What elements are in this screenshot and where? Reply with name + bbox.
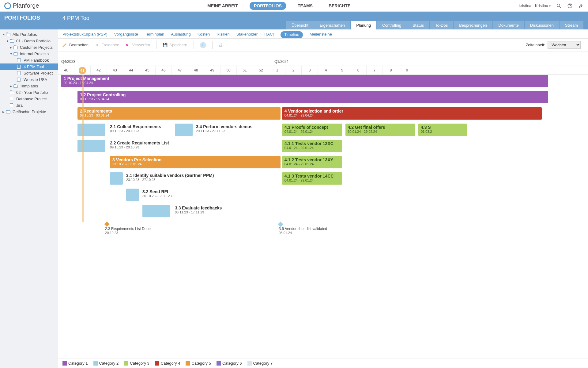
week-47[interactable]: 47 (172, 66, 188, 75)
week-40[interactable]: 40 (58, 66, 74, 75)
tab-stream[interactable]: Stream (560, 21, 583, 29)
subtab-stakeholder[interactable]: Stakeholder (236, 32, 258, 38)
chevron-right-icon[interactable]: ▶ (2, 110, 6, 113)
sidebar-item[interactable]: Database Project (0, 96, 58, 102)
tab-to-dos[interactable]: To-Dos (430, 21, 453, 29)
week-8[interactable]: 8 (383, 66, 399, 75)
tab-controlling[interactable]: Controlling (377, 21, 407, 29)
tab-dokumente[interactable]: Dokumente (493, 21, 524, 29)
chevron-right-icon[interactable]: ▶ (10, 85, 13, 88)
timeline-bar[interactable]: 1.2 Project Controlling09.10.23 - 15.04.… (77, 91, 548, 103)
tab-diskussionen[interactable]: Diskussionen (525, 21, 559, 29)
subtab-meilensteine[interactable]: Meilensteine (310, 32, 332, 38)
task-bar[interactable] (77, 140, 105, 152)
sidebar-item[interactable]: ▶Gelöschte Projekte (0, 109, 58, 115)
milestone[interactable]: 2.3 Requirements List Done20.10.23 (105, 222, 151, 235)
week-2[interactable]: 2 (285, 66, 302, 75)
user-menu[interactable]: kristina - Kristina (519, 3, 551, 8)
timeline-bar[interactable]: 4.1.2 Tests vendor 13XY04.01.24 - 29.01.… (282, 156, 342, 168)
task-bar[interactable] (175, 124, 193, 136)
help-icon[interactable] (567, 3, 573, 9)
task-bar[interactable] (126, 189, 139, 201)
timeline-bar[interactable]: 4.1.3 Tests vendor 14CC04.01.24 - 29.01.… (282, 172, 342, 185)
sidebar-item[interactable]: ▼01 - Demo Portfolio (0, 38, 58, 44)
task-bar[interactable] (77, 124, 105, 136)
week-42[interactable]: 42 (91, 66, 107, 75)
bar-title: 1 Project Management (64, 76, 546, 81)
sidebar-item[interactable]: ▶Templates (0, 83, 58, 89)
time-unit-select[interactable]: Wochen (548, 41, 581, 49)
info-button[interactable]: i (200, 42, 206, 48)
timeline-bar[interactable]: 4 Vendor selection and order04.01.24 - 2… (282, 107, 542, 120)
subtab-risiken[interactable]: Risiken (217, 32, 230, 38)
subtab-terminplan[interactable]: Terminplan (145, 32, 164, 38)
week-52[interactable]: 52 (253, 66, 269, 75)
week-48[interactable]: 48 (188, 66, 204, 75)
subtab-raci[interactable]: RACI (264, 32, 274, 38)
search-icon[interactable] (556, 3, 562, 9)
subtab-kosten[interactable]: Kosten (198, 32, 210, 38)
week-44[interactable]: 44 (123, 66, 139, 75)
week-4[interactable]: 4 (318, 66, 334, 75)
tools-icon[interactable] (578, 3, 584, 9)
timeline-bar[interactable]: 4.3 S01.03.2 (418, 124, 467, 136)
nav-berichte[interactable]: BERICHTE (324, 2, 355, 10)
release-button[interactable]: ⇥Freigeben (95, 43, 119, 48)
nav-portfolios[interactable]: PORTFOLIOS (250, 2, 286, 10)
week-9[interactable]: 9 (399, 66, 415, 75)
sidebar-item[interactable]: Software Project (0, 70, 58, 76)
milestone[interactable]: 3.6 Vendor short-list validated03.01.24 (279, 222, 327, 235)
tab-planung[interactable]: Planung (351, 21, 376, 29)
discard-button[interactable]: ✕Verwerfen (125, 43, 150, 48)
timeline-bar[interactable]: 3 Vendors Pre-Selection23.10.23 - 03.01.… (110, 156, 281, 168)
week-51[interactable]: 51 (237, 66, 253, 75)
chevron-right-icon[interactable]: ▶ (10, 46, 13, 49)
tab-besprechungen[interactable]: Besprechungen (454, 21, 492, 29)
chevron-down-icon[interactable]: ▼ (2, 33, 6, 36)
logo[interactable]: Planforge (4, 2, 39, 9)
document-icon (17, 71, 22, 75)
task-bar[interactable] (110, 172, 123, 185)
tab-übersicht[interactable]: Übersicht (286, 21, 314, 29)
timeline-bar[interactable]: 2 Requirements09.10.23 - 03.01.24 (77, 107, 281, 120)
tab-status[interactable]: Status (407, 21, 429, 29)
sidebar-item[interactable]: Jira (0, 102, 58, 109)
subtab-vorgangsliste[interactable]: Vorgangsliste (114, 32, 138, 38)
week-3[interactable]: 3 (302, 66, 318, 75)
nav-teams[interactable]: TEAMS (293, 2, 317, 10)
timeline-bar[interactable]: 4.1 Proofs of concept04.01.24 - 29.01.24 (282, 124, 342, 136)
week-50[interactable]: 50 (221, 66, 237, 75)
week-43[interactable]: 43 (107, 66, 123, 75)
sidebar-item[interactable]: 4 PPM Tool (0, 63, 58, 70)
subtab-auslastung[interactable]: Auslastung (171, 32, 190, 38)
timeline-bar[interactable]: 4.1.1 Tests vendor 12XC04.01.24 - 29.01.… (282, 140, 342, 152)
nav-arbeit[interactable]: MEINE ARBEIT (203, 2, 242, 10)
chevron-down-icon[interactable]: ▼ (6, 40, 9, 43)
edit-button[interactable]: Bearbeiten (62, 43, 89, 48)
sidebar-item[interactable]: 02 - Your Portfolio (0, 89, 58, 96)
week-6[interactable]: 6 (350, 66, 367, 75)
week-49[interactable]: 49 (204, 66, 221, 75)
week-7[interactable]: 7 (367, 66, 383, 75)
timeline-bar[interactable]: 1 Project Management02.10.23 - 15.04.24 (61, 75, 548, 87)
save-button[interactable]: 💾Speichern (163, 43, 187, 48)
week-41[interactable]: 41 (74, 66, 91, 75)
week-45[interactable]: 45 (139, 66, 156, 75)
print-button[interactable]: 🖨 (219, 43, 223, 47)
sidebar-item[interactable]: ▼Internal Projects (0, 51, 58, 57)
week-5[interactable]: 5 (334, 66, 350, 75)
sidebar-item[interactable]: PM Handbook (0, 57, 58, 63)
week-46[interactable]: 46 (156, 66, 172, 75)
subtab-timeline[interactable]: Timeline (281, 31, 303, 38)
timeline[interactable]: Q4/2023Q1/2024 4041424344454647484950515… (58, 52, 588, 358)
chevron-down-icon[interactable]: ▼ (10, 52, 13, 56)
folder-icon (13, 52, 18, 56)
sidebar-item[interactable]: ▶Customer Projects (0, 44, 58, 51)
task-bar[interactable] (142, 205, 170, 217)
subtab-projektstrukturplanpsp[interactable]: Projektstrukturplan (PSP) (62, 32, 107, 38)
tab-eigenschaften[interactable]: Eigenschaften (314, 21, 350, 29)
sidebar-item[interactable]: Website USA (0, 76, 58, 83)
sidebar-item[interactable]: ▼Alle Portfolios (0, 31, 58, 38)
timeline-bar[interactable]: 4.2 Get final offers30.01.24 - 29.02.24 (345, 124, 415, 136)
week-1[interactable]: 1 (269, 66, 285, 75)
